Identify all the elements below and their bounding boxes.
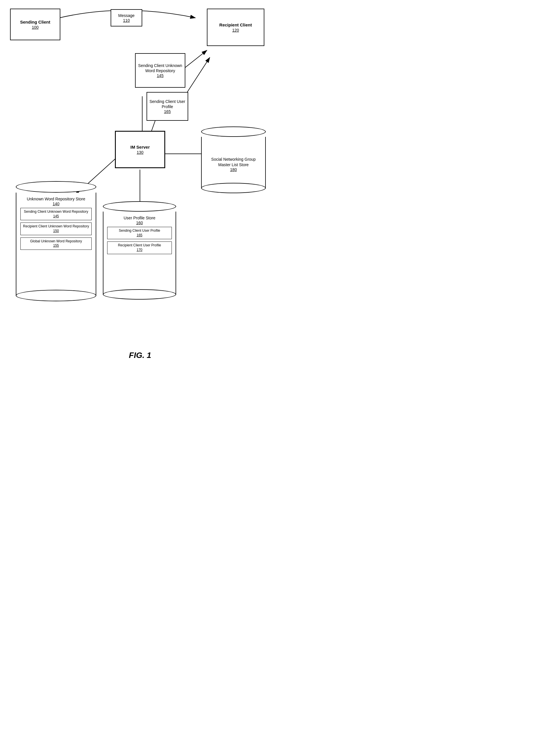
message-id: 110 bbox=[123, 18, 130, 23]
im-server-title: IM Server bbox=[130, 144, 150, 150]
sending-client-unknown-word-repo-top-box: Sending Client Unknown Word Repository 1… bbox=[135, 53, 185, 88]
inner-global-unknown-box: Global Unknown Word Repository 155 bbox=[20, 238, 92, 250]
inner-rc-up-title: Recipient Client User Profile bbox=[110, 243, 170, 248]
inner-rc-user-profile-box: Recipient Client User Profile 170 bbox=[107, 242, 172, 254]
sc-uwr-top-id: 145 bbox=[157, 73, 163, 78]
recipient-client-title: Recipient Client bbox=[219, 22, 252, 28]
fig-label: FIG. 1 bbox=[129, 351, 151, 360]
inner-sc-unknown-title: Sending Client Unknown Word Repository bbox=[23, 209, 89, 214]
sending-client-user-profile-top-box: Sending Client User Profile 165 bbox=[146, 92, 188, 121]
inner-sc-up-id: 165 bbox=[110, 233, 170, 238]
sending-client-id: 100 bbox=[32, 25, 38, 30]
inner-rc-up-id: 170 bbox=[110, 248, 170, 253]
ups-title: User Profile Store bbox=[124, 215, 155, 220]
sc-uwr-top-title: Sending Client Unknown Word Repository bbox=[136, 63, 185, 73]
inner-rc-unknown-box: Recipient Client Unknown Word Repository… bbox=[20, 222, 92, 235]
inner-rc-unknown-title: Recipient Client Unknown Word Repository bbox=[23, 224, 89, 229]
sending-client-title: Sending Client bbox=[20, 19, 50, 25]
sc-up-top-title: Sending Client User Profile bbox=[147, 99, 188, 109]
inner-sc-up-title: Sending Client User Profile bbox=[110, 228, 170, 233]
im-server-id: 130 bbox=[137, 150, 143, 155]
message-box: Message 110 bbox=[111, 9, 142, 26]
inner-global-unknown-id: 155 bbox=[23, 244, 89, 248]
recipient-client-id: 120 bbox=[232, 28, 239, 32]
unknown-word-repo-store-cylinder: Unknown Word Repository Store 140 Sendin… bbox=[16, 181, 96, 301]
ups-id: 160 bbox=[124, 220, 155, 225]
inner-sc-user-profile-box: Sending Client User Profile 165 bbox=[107, 227, 172, 239]
inner-global-unknown-title: Global Unknown Word Repository bbox=[23, 239, 89, 244]
diagram: Sending Client 100 Message 110 Recipient… bbox=[0, 0, 280, 345]
message-title: Message bbox=[118, 13, 135, 18]
sending-client-box: Sending Client 100 bbox=[10, 9, 60, 40]
figure-caption: FIG. 1 bbox=[0, 348, 280, 360]
inner-rc-unknown-id: 150 bbox=[23, 229, 89, 234]
inner-sc-unknown-box: Sending Client Unknown Word Repository 1… bbox=[20, 208, 92, 220]
uwrs-title: Unknown Word Repository Store bbox=[27, 196, 85, 201]
sc-up-top-id: 165 bbox=[164, 109, 171, 114]
im-server-box: IM Server 130 bbox=[115, 131, 165, 168]
inner-sc-unknown-id: 145 bbox=[23, 214, 89, 219]
sn-id: 180 bbox=[205, 167, 262, 172]
user-profile-store-cylinder: User Profile Store 160 Sending Client Us… bbox=[103, 201, 176, 299]
sn-title: Social Networking Group Master List Stor… bbox=[205, 157, 262, 167]
recipient-client-box: Recipient Client 120 bbox=[207, 9, 264, 46]
uwrs-id: 140 bbox=[27, 201, 85, 206]
social-networking-cylinder: Social Networking Group Master List Stor… bbox=[201, 126, 266, 193]
